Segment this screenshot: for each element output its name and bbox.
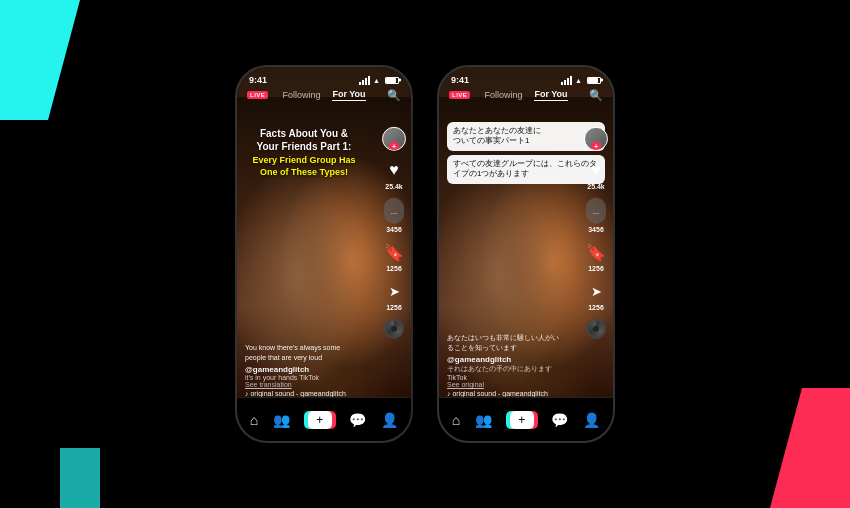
- profile-icon-left: 👤: [381, 412, 398, 428]
- sound-info-left: ♪ original sound - gameandglitch: [245, 390, 361, 397]
- translation-link-left[interactable]: See translation: [245, 381, 361, 388]
- avatar-right: [584, 127, 608, 151]
- overlay-subtitle: Every Friend Group Has One of These Type…: [247, 155, 361, 178]
- jp-bubble-2: すべての友達グループには、これらのタイプの1つがあります: [447, 155, 605, 184]
- jp-bubble-1: あなたとあなたの友達に ついての事実パート1: [447, 122, 605, 151]
- battery-icon: [385, 77, 399, 84]
- friends-icon-right: 👥: [475, 412, 492, 428]
- bookmark-button-left[interactable]: 🔖 1256: [383, 241, 405, 272]
- avatar-action-right[interactable]: [584, 127, 608, 151]
- wifi-icon-right: ▲: [575, 77, 582, 84]
- bookmark-button-right[interactable]: 🔖 1256: [585, 241, 607, 272]
- jp-bubble-2-text: すべての友達グループには、これらのタイプの1つがあります: [453, 159, 599, 180]
- comment-button-left[interactable]: 3456: [384, 198, 405, 233]
- bookmark-icon-right: 🔖: [585, 241, 607, 263]
- caption-left: You know there's always some people that…: [245, 343, 361, 363]
- inbox-icon-left: 💬: [349, 412, 366, 428]
- comment-button-right[interactable]: 3456: [586, 198, 607, 233]
- tab-for-you-left[interactable]: For You: [332, 89, 365, 101]
- battery-icon-right: [587, 77, 601, 84]
- phone-right: 9:41 ▲ LIVE Following: [437, 65, 615, 443]
- bottom-info-left: You know there's always some people that…: [245, 343, 361, 397]
- like-count-left: 25.4k: [385, 183, 403, 190]
- phone-right-screen: 9:41 ▲ LIVE Following: [439, 67, 613, 441]
- like-button-right[interactable]: ♥ 25.4k: [585, 159, 607, 190]
- add-button-left[interactable]: +: [306, 411, 334, 429]
- phone-left: 9:41 ▲ LIVE Following: [235, 65, 413, 443]
- bg-decoration-pink: [770, 388, 850, 508]
- comment-count-right: 3456: [588, 226, 604, 233]
- status-icons-right: ▲: [561, 76, 601, 85]
- subtitle-left: it's in your hands TikTok: [245, 374, 361, 381]
- nav-inbox-left[interactable]: 💬: [349, 412, 366, 428]
- share-button-left[interactable]: ➤ 1256: [383, 280, 405, 311]
- comment-count-left: 3456: [386, 226, 402, 233]
- username-left[interactable]: @gameandglitch: [245, 365, 361, 374]
- bookmark-icon-left: 🔖: [383, 241, 405, 263]
- nav-inbox-right[interactable]: 💬: [551, 412, 568, 428]
- share-button-right[interactable]: ➤ 1256: [585, 280, 607, 311]
- nav-friends-left[interactable]: 👥: [273, 412, 290, 428]
- search-icon-right[interactable]: 🔍: [589, 89, 603, 102]
- tab-for-you-right[interactable]: For You: [534, 89, 567, 101]
- add-button-right[interactable]: +: [508, 411, 536, 429]
- live-badge-right: LIVE: [449, 91, 470, 99]
- friends-icon-left: 👥: [273, 412, 290, 428]
- share-count-right: 1256: [588, 304, 604, 311]
- share-icon-left: ➤: [383, 280, 405, 302]
- bg-decoration-teal: [0, 0, 80, 120]
- nav-profile-left[interactable]: 👤: [381, 412, 398, 428]
- search-icon-left[interactable]: 🔍: [387, 89, 401, 102]
- action-buttons-left: ♥ 25.4k 3456 🔖 1256 ➤ 1256: [382, 127, 406, 339]
- comment-icon-left: [384, 198, 405, 224]
- overlay-title-line1: Facts About You & Your Friends Part 1:: [247, 127, 361, 153]
- bookmark-count-right: 1256: [588, 265, 604, 272]
- nav-add-right[interactable]: +: [508, 411, 536, 429]
- like-button-left[interactable]: ♥ 25.4k: [383, 159, 405, 190]
- vinyl-action-left: [384, 319, 404, 339]
- action-buttons-right: ♥ 25.4k 3456 🔖 1256 ➤ 1256: [584, 127, 608, 339]
- status-icons-left: ▲: [359, 76, 399, 85]
- avatar-action[interactable]: [382, 127, 406, 151]
- plus-icon-left: +: [316, 414, 323, 426]
- nav-header-right: LIVE Following For You 🔍: [439, 85, 613, 105]
- bottom-nav-left: ⌂ 👥 + 💬 👤: [237, 397, 411, 441]
- live-badge-left: LIVE: [247, 91, 268, 99]
- wifi-icon: ▲: [373, 77, 380, 84]
- tab-following-left[interactable]: Following: [282, 90, 320, 100]
- nav-home-left[interactable]: ⌂: [250, 412, 258, 428]
- subtitle-right: それはあなたの手の中にありますTikTok: [447, 364, 563, 381]
- bookmark-count-left: 1256: [386, 265, 402, 272]
- like-count-right: 25.4k: [587, 183, 605, 190]
- bg-decoration-teal2: [60, 448, 100, 508]
- username-right[interactable]: @gameandglitch: [447, 355, 563, 364]
- home-icon-left: ⌂: [250, 412, 258, 428]
- caption-right: あなたはいつも非常に騒しい人がいることを知っています: [447, 333, 563, 353]
- vinyl-icon-left: [384, 319, 404, 339]
- comment-icon-right: [586, 198, 607, 224]
- nav-home-right[interactable]: ⌂: [452, 412, 460, 428]
- phone-left-screen: 9:41 ▲ LIVE Following: [237, 67, 411, 441]
- plus-icon-right: +: [518, 414, 525, 426]
- sound-info-right: ♪ original sound - gameandglitch: [447, 390, 563, 397]
- nav-add-left[interactable]: +: [306, 411, 334, 429]
- bottom-nav-right: ⌂ 👥 + 💬 👤: [439, 397, 613, 441]
- share-count-left: 1256: [386, 304, 402, 311]
- inbox-icon-right: 💬: [551, 412, 568, 428]
- signal-icon: [359, 76, 370, 85]
- nav-profile-right[interactable]: 👤: [583, 412, 600, 428]
- heart-icon-left: ♥: [383, 159, 405, 181]
- text-overlay-left: Facts About You & Your Friends Part 1: E…: [247, 127, 361, 178]
- share-icon-right: ➤: [585, 280, 607, 302]
- see-original-link-right[interactable]: See original: [447, 381, 563, 388]
- vinyl-icon-right: [586, 319, 606, 339]
- profile-icon-right: 👤: [583, 412, 600, 428]
- tab-following-right[interactable]: Following: [484, 90, 522, 100]
- nav-friends-right[interactable]: 👥: [475, 412, 492, 428]
- avatar-left: [382, 127, 406, 151]
- heart-icon-right: ♥: [585, 159, 607, 181]
- nav-header-left: LIVE Following For You 🔍: [237, 85, 411, 105]
- jp-bubble-1-text: あなたとあなたの友達に ついての事実パート1: [453, 126, 599, 147]
- status-time-left: 9:41: [249, 75, 267, 85]
- phones-container: 9:41 ▲ LIVE Following: [235, 65, 615, 443]
